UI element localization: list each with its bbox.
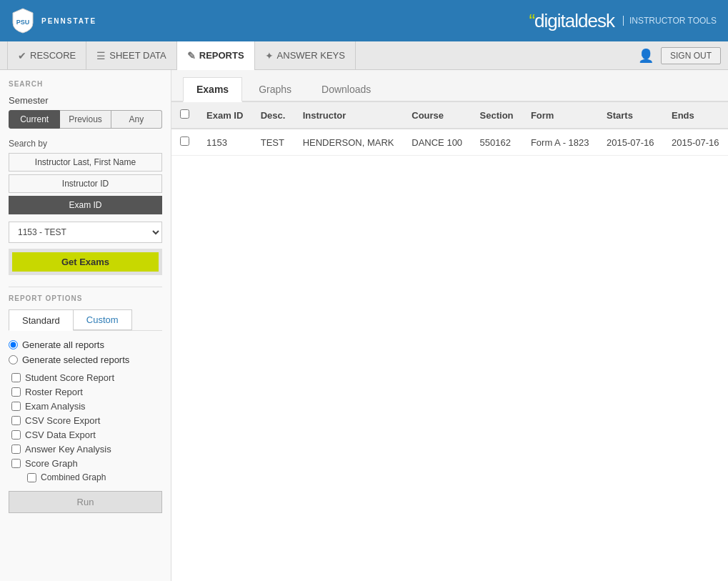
td-starts: 2015-07-16 — [598, 129, 663, 156]
row-select-checkbox[interactable] — [180, 136, 189, 146]
semester-label: Semester — [9, 95, 162, 106]
td-ends: 2015-07-16 — [663, 129, 728, 156]
th-section: Section — [472, 102, 522, 129]
user-icon: 👤 — [638, 48, 654, 64]
run-button[interactable]: Run — [9, 491, 162, 513]
nav-right: 👤 SIGN OUT — [638, 47, 721, 64]
sheet-data-icon: ☰ — [96, 50, 106, 61]
nav-rescore[interactable]: ✔ RESCORE — [7, 41, 86, 70]
report-student-score-report[interactable]: Student Score Report — [11, 372, 162, 383]
exam-analysis-label: Exam Analysis — [25, 401, 86, 412]
semester-previous-btn[interactable]: Previous — [60, 110, 111, 129]
report-type-tabs: Standard Custom — [9, 309, 162, 331]
search-section-title: SEARCH — [9, 80, 162, 88]
th-starts: Starts — [598, 102, 663, 129]
search-by-label: Search by — [9, 139, 162, 149]
generate-selected-label: Generate selected reports — [22, 354, 129, 365]
combined-graph-label: Combined Graph — [41, 472, 106, 482]
divider — [9, 287, 162, 287]
search-by-instructor-name-btn[interactable]: Instructor Last, First Name — [9, 153, 162, 172]
generate-selected-radio[interactable]: Generate selected reports — [9, 354, 162, 365]
digitaldesk-label: “digitaldesk — [529, 10, 614, 32]
th-instructor: Instructor — [294, 102, 404, 129]
select-all-checkbox[interactable] — [180, 109, 189, 119]
get-exams-button[interactable]: Get Exams — [12, 252, 159, 272]
main-layout: SEARCH Semester Current Previous Any Sea… — [0, 70, 728, 581]
exams-table: Exam ID Desc. Instructor Course Section … — [171, 102, 728, 156]
nav-sheet-data[interactable]: ☰ SHEET DATA — [86, 41, 176, 70]
report-options-title: REPORT OPTIONS — [9, 294, 162, 302]
report-exam-analysis[interactable]: Exam Analysis — [11, 401, 162, 412]
generate-all-label: Generate all reports — [22, 339, 104, 350]
student-score-report-label: Student Score Report — [25, 372, 114, 383]
report-answer-key-analysis[interactable]: Answer Key Analysis — [11, 444, 162, 455]
report-tab-standard[interactable]: Standard — [9, 309, 74, 331]
report-checkbox-list: Student Score Report Roster Report Exam … — [9, 372, 162, 482]
th-ends: Ends — [663, 102, 728, 129]
reports-icon: ✎ — [187, 50, 196, 61]
generate-all-radio[interactable]: Generate all reports — [9, 339, 162, 350]
td-section: 550162 — [472, 129, 522, 156]
nav-answer-keys-label: ANSWER KEYS — [277, 50, 345, 61]
instructor-tools-label: INSTRUCTOR TOOLS — [623, 16, 717, 26]
generate-radio-group: Generate all reports Generate selected r… — [9, 339, 162, 365]
report-combined-graph[interactable]: Combined Graph — [27, 472, 162, 482]
sign-out-button[interactable]: SIGN OUT — [661, 47, 721, 64]
svg-text:PSU: PSU — [16, 19, 30, 26]
answer-keys-icon: ✦ — [265, 50, 274, 61]
td-exam-id: 1153 — [198, 129, 252, 156]
search-by-exam-id-btn[interactable]: Exam ID — [9, 196, 162, 214]
get-exams-wrapper: Get Exams — [9, 249, 162, 275]
run-btn-wrapper: Run — [9, 491, 162, 513]
semester-current-btn[interactable]: Current — [9, 110, 60, 129]
nav-rescore-label: RESCORE — [30, 50, 76, 61]
csv-data-export-label: CSV Data Export — [25, 429, 96, 440]
th-course: Course — [403, 102, 471, 129]
nav-reports-label: REPORTS — [199, 50, 244, 61]
score-graph-label: Score Graph — [25, 458, 78, 469]
score-graph-sub: Combined Graph — [11, 472, 162, 482]
report-csv-data-export[interactable]: CSV Data Export — [11, 429, 162, 440]
roster-report-label: Roster Report — [25, 387, 83, 397]
td-course: DANCE 100 — [403, 129, 471, 156]
nav-sheet-data-label: SHEET DATA — [109, 50, 166, 61]
td-row-checkbox — [171, 129, 198, 156]
table-row: 1153 TEST HENDERSON, MARK DANCE 100 5501… — [171, 129, 728, 156]
th-select-all — [171, 102, 198, 129]
content-tabs: Exams Graphs Downloads — [171, 70, 728, 102]
td-form: Form A - 1823 — [522, 129, 598, 156]
th-form: Form — [522, 102, 598, 129]
report-tab-custom[interactable]: Custom — [74, 309, 132, 330]
table-header-row: Exam ID Desc. Instructor Course Section … — [171, 102, 728, 129]
semester-any-btn[interactable]: Any — [111, 110, 162, 129]
header-logo: PSU PENNSTATE — [11, 7, 96, 34]
td-instructor: HENDERSON, MARK — [294, 129, 404, 156]
pennstate-shield-icon: PSU — [11, 7, 34, 34]
nav-answer-keys[interactable]: ✦ ANSWER KEYS — [255, 41, 356, 70]
semester-btn-group: Current Previous Any — [9, 110, 162, 129]
report-roster-report[interactable]: Roster Report — [11, 387, 162, 397]
app-header: PSU PENNSTATE “digitaldesk INSTRUCTOR TO… — [0, 0, 728, 41]
exam-id-dropdown[interactable]: 1153 - TEST — [9, 222, 162, 243]
th-exam-id: Exam ID — [198, 102, 252, 129]
content-tab-exams[interactable]: Exams — [183, 77, 242, 102]
nav-reports[interactable]: ✎ REPORTS — [177, 41, 255, 70]
csv-score-export-label: CSV Score Export — [25, 415, 101, 426]
sidebar: SEARCH Semester Current Previous Any Sea… — [0, 70, 171, 581]
pennstate-label: PENNSTATE — [41, 17, 96, 25]
navbar: ✔ RESCORE ☰ SHEET DATA ✎ REPORTS ✦ ANSWE… — [0, 41, 728, 70]
content-area: Exams Graphs Downloads Exam ID Desc. Ins… — [171, 70, 728, 581]
report-score-graph[interactable]: Score Graph — [11, 458, 162, 469]
header-right: “digitaldesk INSTRUCTOR TOOLS — [529, 10, 717, 32]
search-by-instructor-id-btn[interactable]: Instructor ID — [9, 174, 162, 193]
content-tab-downloads[interactable]: Downloads — [308, 77, 384, 101]
td-desc: TEST — [252, 129, 294, 156]
rescore-icon: ✔ — [18, 50, 26, 61]
answer-key-analysis-label: Answer Key Analysis — [25, 444, 111, 455]
th-desc: Desc. — [252, 102, 294, 129]
search-by-buttons: Instructor Last, First Name Instructor I… — [9, 153, 162, 214]
exams-table-container: Exam ID Desc. Instructor Course Section … — [171, 102, 728, 156]
content-tab-graphs[interactable]: Graphs — [245, 77, 305, 101]
report-csv-score-export[interactable]: CSV Score Export — [11, 415, 162, 426]
